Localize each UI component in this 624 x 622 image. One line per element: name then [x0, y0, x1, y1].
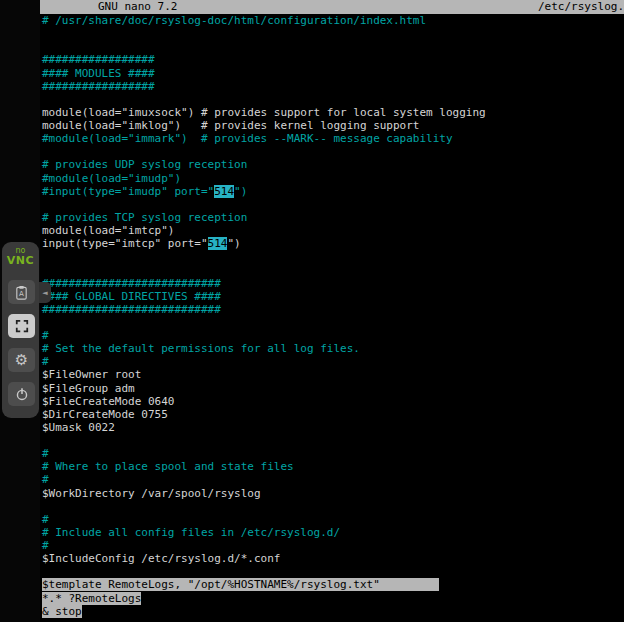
editor-line: #input(type="imudp" port="514")	[40, 185, 624, 198]
svg-text:A: A	[19, 289, 24, 298]
editor-line: ###########################	[40, 303, 624, 316]
editor-line-blank	[40, 434, 624, 447]
editor-line: $FileGroup adm	[40, 382, 624, 395]
editor-line: #	[40, 329, 624, 342]
editor-line: #### MODULES ####	[40, 67, 624, 80]
editor-line: module(load="imklog") # provides kernel …	[40, 119, 624, 132]
editor-line: # Set the default permissions for all lo…	[40, 342, 624, 355]
power-icon	[15, 387, 29, 401]
editor-line-blank	[40, 40, 624, 53]
editor-line: # Include all config files in /etc/rsysl…	[40, 526, 624, 539]
editor-line-blank	[40, 198, 624, 211]
editor-line: # /usr/share/doc/rsyslog-doc/html/config…	[40, 14, 624, 27]
search-match: 514	[208, 237, 228, 250]
nano-version: GNU nano 7.2	[40, 0, 177, 14]
editor-line: $WorkDirectory /var/spool/rsyslog	[40, 487, 624, 500]
selected-text: & stop	[42, 605, 82, 618]
editor-line-selected: *.* ?RemoteLogs	[40, 592, 624, 605]
editor-line: $FileOwner root	[40, 368, 624, 381]
novnc-logo-bottom: VNC	[2, 255, 39, 267]
control-bar-collapse-handle[interactable]: ◄	[39, 282, 51, 303]
editor-line: ###########################	[40, 277, 624, 290]
editor-line-blank	[40, 145, 624, 158]
editor-line-blank	[40, 93, 624, 106]
editor-line: # provides TCP syslog reception	[40, 211, 624, 224]
search-match: 514	[214, 185, 234, 198]
editor-line: module(load="imtcp")	[40, 224, 624, 237]
editor-line: # provides UDP syslog reception	[40, 158, 624, 171]
editor-line-blank	[40, 263, 624, 276]
vnc-side-column: no VNC A ⚙	[0, 0, 40, 622]
editor-line: # Where to place spool and state files	[40, 460, 624, 473]
editor-line: #	[40, 473, 624, 486]
editor-line: #	[40, 539, 624, 552]
editor-line: #	[40, 447, 624, 460]
editor-line: #################	[40, 53, 624, 66]
editor-buffer: # /usr/share/doc/rsyslog-doc/html/config…	[40, 14, 624, 618]
power-button[interactable]	[8, 382, 35, 406]
editor-line: #module(load="imudp")	[40, 172, 624, 185]
fullscreen-button[interactable]	[8, 314, 35, 338]
terminal[interactable]: GNU nano 7.2 /etc/rsyslog. # /usr/share/…	[40, 0, 624, 622]
editor-line: module(load="imuxsock") # provides suppo…	[40, 106, 624, 119]
fullscreen-icon	[15, 319, 29, 333]
editor-line: #module(load="immark") # provides --MARK…	[40, 132, 624, 145]
editor-line: #	[40, 513, 624, 526]
selected-text: *.* ?RemoteLogs	[42, 592, 141, 605]
novnc-logo: no VNC	[2, 242, 39, 267]
editor-line-blank	[40, 316, 624, 329]
nano-filename: /etc/rsyslog.	[538, 0, 624, 14]
editor-line: #### GLOBAL DIRECTIVES ####	[40, 290, 624, 303]
clipboard-button[interactable]: A	[8, 280, 35, 304]
editor-line: input(type="imtcp" port="514")	[40, 237, 624, 250]
editor-line-selected: & stop	[40, 605, 624, 618]
editor-line-blank	[40, 27, 624, 40]
editor-line: $FileCreateMode 0640	[40, 395, 624, 408]
editor-line: #	[40, 355, 624, 368]
editor-line-blank	[40, 250, 624, 263]
editor-line-blank	[40, 500, 624, 513]
nano-titlebar: GNU nano 7.2 /etc/rsyslog.	[40, 0, 624, 14]
editor-line-blank	[40, 565, 624, 578]
chevron-left-icon: ◄	[42, 289, 47, 297]
editor-line-selected: $template RemoteLogs, "/opt/%HOSTNAME%/r…	[40, 578, 624, 591]
clipboard-icon: A	[14, 285, 29, 300]
editor-line: $Umask 0022	[40, 421, 624, 434]
editor-line: $IncludeConfig /etc/rsyslog.d/*.conf	[40, 552, 624, 565]
editor-line: $DirCreateMode 0755	[40, 408, 624, 421]
selected-text: $template RemoteLogs, "/opt/%HOSTNAME%/r…	[42, 578, 439, 591]
settings-button[interactable]: ⚙	[8, 348, 35, 372]
editor-line: #################	[40, 80, 624, 93]
gear-icon: ⚙	[15, 351, 28, 369]
vnc-control-bar: no VNC A ⚙	[2, 242, 39, 418]
